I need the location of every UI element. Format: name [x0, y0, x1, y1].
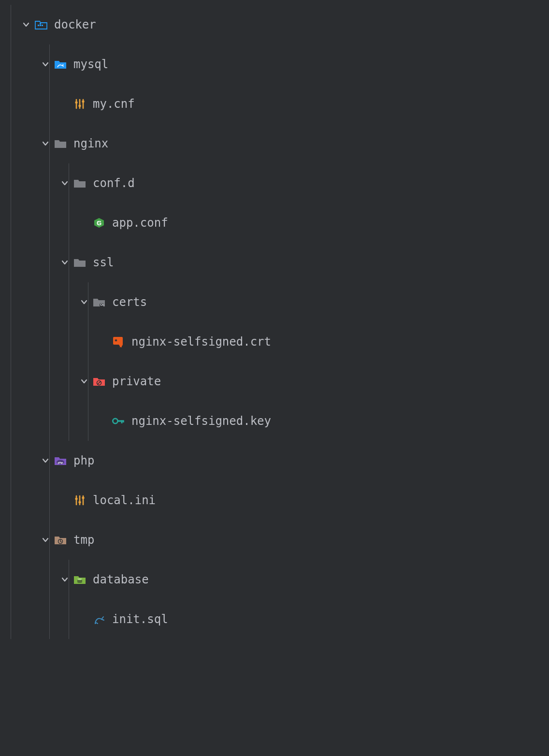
tree-label: local.ini [93, 494, 156, 507]
svg-rect-22 [117, 420, 124, 422]
tree-label: conf.d [93, 176, 135, 190]
tree-file-my-cnf[interactable]: my.cnf [0, 84, 549, 124]
certs-folder-icon [93, 296, 105, 308]
svg-point-21 [113, 419, 117, 423]
chevron-down-icon [21, 20, 31, 29]
tree-label: certs [112, 295, 147, 309]
tree-folder-nginx[interactable]: nginx [0, 124, 549, 163]
svg-text:php: php [58, 461, 63, 464]
chevron-down-icon [79, 297, 89, 307]
svg-rect-0 [38, 25, 39, 26]
svg-text:G: G [97, 219, 101, 227]
svg-rect-7 [75, 102, 78, 103]
svg-point-35 [77, 578, 82, 580]
svg-rect-31 [79, 501, 81, 503]
tree-folder-docker[interactable]: docker [0, 5, 549, 44]
chevron-down-icon [41, 456, 50, 465]
tree-label: tmp [73, 533, 94, 547]
svg-rect-24 [123, 420, 124, 422]
tree-label: nginx-selfsigned.crt [131, 335, 271, 349]
svg-rect-2 [42, 25, 43, 26]
tree-label: mysql [73, 58, 108, 71]
chevron-down-icon [79, 377, 89, 386]
key-file-icon [112, 415, 125, 427]
mysql-folder-icon [54, 58, 67, 71]
folder-icon [54, 137, 67, 150]
chevron-down-icon [60, 258, 70, 267]
tree-label: php [73, 454, 94, 467]
tree-file-app-conf[interactable]: G app.conf [0, 203, 549, 243]
svg-rect-1 [40, 25, 41, 26]
config-file-icon [73, 98, 86, 110]
php-folder-icon: php [54, 454, 67, 467]
tree-folder-mysql[interactable]: mysql [0, 44, 549, 84]
chevron-down-icon [41, 139, 50, 148]
chevron-down-icon [41, 535, 50, 545]
sql-file-icon [93, 613, 105, 625]
tree-folder-ssl[interactable]: ssl [0, 243, 549, 282]
tree-file-local-ini[interactable]: local.ini [0, 480, 549, 520]
tree-folder-tmp[interactable]: tmp [0, 520, 549, 560]
tree-folder-database[interactable]: database [0, 560, 549, 599]
tree-folder-php[interactable]: php php [0, 441, 549, 480]
svg-rect-9 [82, 101, 85, 102]
folder-icon [73, 256, 86, 269]
certificate-file-icon [112, 335, 125, 348]
svg-rect-32 [82, 497, 85, 499]
docker-folder-icon [35, 18, 47, 31]
chevron-down-icon [60, 575, 70, 584]
tree-label: private [112, 375, 161, 388]
tree-label: ssl [93, 256, 114, 269]
svg-point-18 [119, 342, 123, 346]
svg-rect-8 [79, 105, 81, 107]
tree-folder-conf-d[interactable]: conf.d [0, 163, 549, 203]
tree-folder-private[interactable]: private [0, 362, 549, 401]
svg-rect-15 [103, 305, 104, 306]
config-file-icon [73, 494, 86, 507]
chevron-down-icon [60, 178, 70, 188]
tree-folder-certs[interactable]: certs [0, 282, 549, 322]
tree-label: docker [54, 18, 96, 31]
tree-label: database [93, 573, 149, 586]
nginx-file-icon: G [93, 217, 105, 229]
tree-label: init.sql [112, 612, 168, 626]
tree-label: app.conf [112, 216, 168, 230]
tree-file-init-sql[interactable]: init.sql [0, 599, 549, 639]
folder-icon [73, 177, 86, 189]
chevron-down-icon [41, 59, 50, 69]
svg-rect-23 [121, 420, 123, 423]
tree-label: nginx-selfsigned.key [131, 414, 271, 428]
tree-file-crt[interactable]: nginx-selfsigned.crt [0, 322, 549, 362]
svg-rect-30 [75, 498, 78, 500]
tree-label: my.cnf [93, 97, 135, 111]
svg-rect-3 [40, 23, 41, 25]
tmp-folder-icon [54, 534, 67, 546]
tree-file-key[interactable]: nginx-selfsigned.key [0, 401, 549, 441]
file-tree: docker mysql [0, 5, 549, 639]
tree-label: nginx [73, 137, 108, 150]
database-folder-icon [73, 573, 86, 586]
private-folder-icon [93, 375, 105, 388]
